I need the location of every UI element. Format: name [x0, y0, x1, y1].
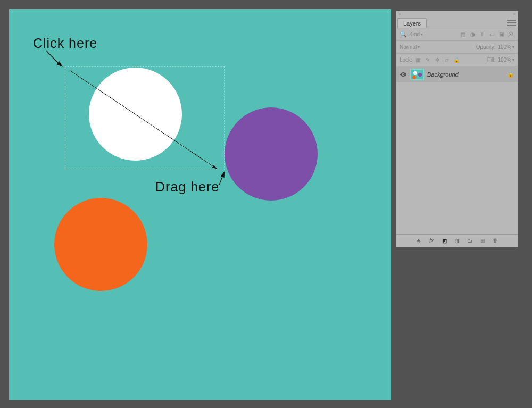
layer-list[interactable]: Background 🔒	[396, 66, 518, 234]
lock-row: Lock: ▦ ✎ ✥ ▱ 🔒 Fill: 100% ▾	[396, 54, 518, 66]
filter-pixel-icon[interactable]: ▧	[459, 31, 467, 38]
lock-move-icon[interactable]: ✥	[434, 56, 441, 64]
opacity-value[interactable]: 100%	[497, 44, 511, 50]
close-icon[interactable]: ×	[398, 12, 401, 16]
layer-name-label[interactable]: Background	[427, 71, 504, 78]
panel-drag-header[interactable]: × «	[396, 11, 518, 16]
fill-label: Fill:	[487, 57, 496, 63]
annotation-click-label: Click here	[33, 36, 97, 51]
link-layers-icon[interactable]: ⬘	[415, 237, 422, 245]
lock-transparent-icon[interactable]: ▦	[414, 56, 422, 64]
layer-lock-icon[interactable]: 🔒	[507, 71, 514, 78]
shape-white-circle[interactable]	[89, 68, 182, 161]
chevron-down-icon[interactable]: ▾	[421, 32, 423, 37]
layer-filter-row: 🔍 Kind ▾ ▧ ◑ T ▭ ▣ ⦿	[396, 28, 518, 41]
fill-value[interactable]: 100%	[497, 57, 511, 63]
adjustment-layer-icon[interactable]: ◑	[453, 237, 461, 245]
lock-artboard-icon[interactable]: ▱	[443, 56, 451, 64]
shape-purple-circle[interactable]	[225, 107, 318, 201]
annotation-arrows	[9, 9, 391, 400]
panel-menu-icon[interactable]	[507, 20, 516, 26]
document-canvas[interactable]: Click here Drag here	[9, 9, 391, 400]
visibility-eye-icon[interactable]	[400, 71, 407, 78]
annotation-drag-label: Drag here	[155, 179, 219, 195]
tab-layers[interactable]: Layers	[397, 18, 427, 28]
add-mask-icon[interactable]: ◩	[440, 237, 448, 245]
new-layer-icon[interactable]: ⊞	[479, 237, 486, 245]
lock-label: Lock:	[400, 57, 412, 63]
shape-orange-circle[interactable]	[54, 198, 147, 291]
layers-panel[interactable]: × « Layers 🔍 Kind ▾ ▧ ◑ T ▭ ▣ ⦿ Normal ▾…	[396, 11, 518, 247]
panel-footer: ⬘ fx ◩ ◑ 🗀 ⊞ 🗑	[396, 234, 518, 247]
filter-adjust-icon[interactable]: ◑	[469, 31, 476, 38]
filter-type-icon[interactable]: T	[478, 31, 486, 38]
collapse-icon[interactable]: «	[513, 12, 516, 16]
filter-toggle-icon[interactable]: ⦿	[507, 31, 514, 38]
opacity-label: Opacity:	[476, 44, 496, 50]
filter-smart-icon[interactable]: ▣	[497, 31, 505, 38]
filter-shape-icon[interactable]: ▭	[488, 31, 495, 38]
fx-icon[interactable]: fx	[428, 237, 435, 245]
chevron-down-icon[interactable]: ▾	[418, 45, 420, 49]
chevron-down-icon[interactable]: ▾	[512, 57, 514, 62]
search-icon[interactable]: 🔍	[400, 31, 407, 38]
panel-tab-bar: Layers	[396, 16, 518, 28]
filter-kind-label[interactable]: Kind	[409, 31, 420, 37]
lock-all-icon[interactable]: 🔒	[453, 56, 460, 64]
chevron-down-icon[interactable]: ▾	[512, 45, 514, 49]
layer-item[interactable]: Background 🔒	[396, 66, 518, 82]
group-icon[interactable]: 🗀	[466, 237, 473, 245]
delete-layer-icon[interactable]: 🗑	[492, 237, 499, 245]
layer-thumbnail[interactable]	[410, 69, 424, 80]
blend-mode-dropdown[interactable]: Normal	[400, 44, 417, 50]
blend-row: Normal ▾ Opacity: 100% ▾	[396, 41, 518, 54]
lock-brush-icon[interactable]: ✎	[424, 56, 431, 64]
